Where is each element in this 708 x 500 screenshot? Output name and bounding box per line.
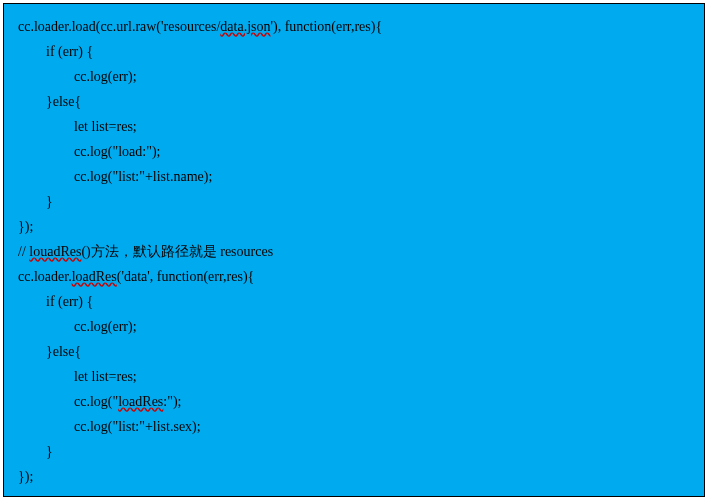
code-line-1: cc.loader.load(cc.url.raw('resources/dat… — [18, 19, 382, 34]
code-line-2: if (err) { — [18, 44, 93, 59]
code-line-10: // louadRes()方法，默认路径就是 resources — [18, 244, 273, 259]
spellcheck-loadres2: loadRes — [118, 394, 163, 409]
code-line-5: let list=res; — [18, 119, 137, 134]
code-line-6: cc.log("load:"); — [18, 144, 160, 159]
code-line-11: cc.loader.loadRes('data', function(err,r… — [18, 269, 254, 284]
code-line-13: cc.log(err); — [18, 319, 137, 334]
code-line-8: } — [18, 194, 53, 209]
code-line-19: }); — [18, 469, 33, 484]
code-line-9: }); — [18, 219, 33, 234]
code-line-14: }else{ — [18, 344, 81, 359]
code-line-7: cc.log("list:"+list.name); — [18, 169, 212, 184]
spellcheck-louadres: louadRes — [29, 244, 81, 259]
code-line-3: cc.log(err); — [18, 69, 137, 84]
code-line-15: let list=res; — [18, 369, 137, 384]
code-line-4: }else{ — [18, 94, 81, 109]
code-line-18: } — [18, 444, 53, 459]
spellcheck-data-json: data.json — [220, 19, 270, 34]
code-line-17: cc.log("list:"+list.sex); — [18, 419, 201, 434]
spellcheck-loadres: loadRes — [72, 269, 117, 284]
code-block: cc.loader.load(cc.url.raw('resources/dat… — [3, 3, 705, 497]
code-line-16: cc.log("loadRes:"); — [18, 394, 181, 409]
code-line-12: if (err) { — [18, 294, 93, 309]
